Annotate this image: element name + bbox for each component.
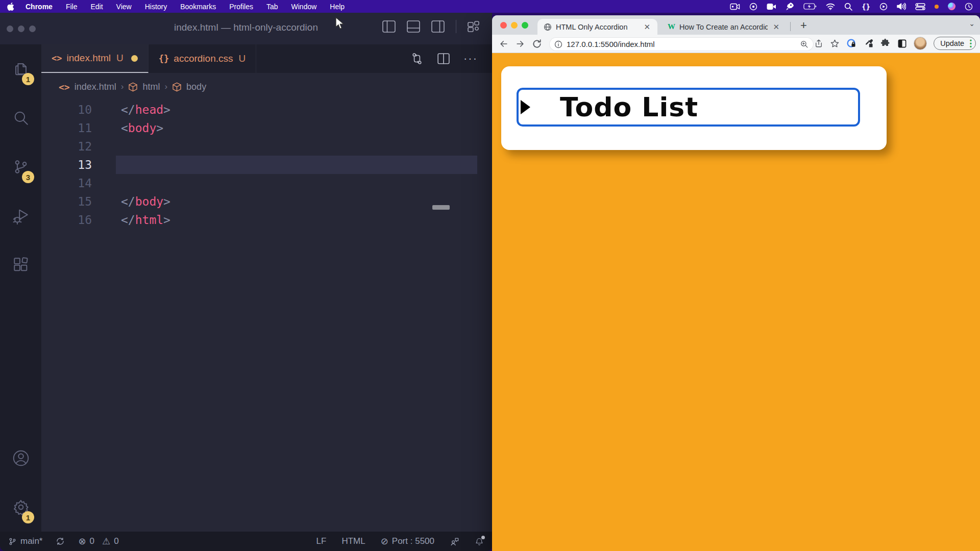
new-tab-button[interactable]: + bbox=[796, 17, 811, 34]
minimize-window-icon bbox=[511, 22, 518, 29]
window-controls[interactable] bbox=[492, 22, 528, 29]
tab-label: accordion.css bbox=[174, 53, 233, 64]
close-tab-icon[interactable]: ✕ bbox=[643, 22, 651, 32]
menu-item-bookmarks[interactable]: Bookmarks bbox=[180, 3, 216, 11]
back-button[interactable] bbox=[498, 39, 509, 49]
share-icon[interactable] bbox=[814, 38, 823, 48]
activity-account[interactable] bbox=[0, 434, 41, 483]
vscode-statusbar: main* ⊗ 0 ⚠ 0 LF HTML ⊘ Port : 5500 bbox=[0, 532, 492, 551]
colorpicker-extension-icon[interactable] bbox=[864, 38, 874, 48]
play-circle-icon[interactable] bbox=[879, 3, 888, 11]
code-line-12[interactable]: 12 bbox=[41, 137, 492, 156]
activity-run-debug[interactable] bbox=[0, 191, 41, 240]
code-line-13[interactable]: 13 bbox=[41, 156, 492, 174]
menu-item-edit[interactable]: Edit bbox=[90, 3, 103, 11]
language-indicator[interactable]: HTML bbox=[341, 536, 365, 546]
breadcrumb-file[interactable]: index.html bbox=[75, 82, 116, 92]
tab-index-html[interactable]: <> index.html U bbox=[41, 44, 149, 73]
modified-dot-icon[interactable] bbox=[131, 55, 138, 62]
bookmark-star-icon[interactable] bbox=[830, 39, 840, 48]
accordion-summary[interactable]: Todo List bbox=[517, 88, 860, 127]
facetime-icon[interactable] bbox=[767, 3, 776, 10]
toggle-panel-icon[interactable] bbox=[407, 20, 420, 33]
update-menu-dots-icon: ••• bbox=[970, 39, 972, 48]
activity-search[interactable] bbox=[0, 93, 41, 142]
darkmode-extension-icon[interactable] bbox=[897, 39, 907, 48]
toggle-primary-sidebar-icon[interactable] bbox=[382, 20, 396, 33]
zoom-icon[interactable] bbox=[800, 40, 808, 48]
search-icon[interactable] bbox=[844, 3, 852, 11]
more-actions-icon[interactable]: ··· bbox=[463, 52, 478, 65]
scrollbar-handle[interactable] bbox=[432, 205, 450, 210]
menu-app-name[interactable]: Chrome bbox=[26, 3, 53, 11]
record-icon[interactable] bbox=[749, 3, 757, 11]
menu-item-help[interactable]: Help bbox=[330, 3, 345, 11]
code-line-15[interactable]: 15</body> bbox=[41, 192, 492, 211]
chevron-right-icon: › bbox=[121, 82, 124, 92]
tab-divider bbox=[790, 22, 791, 31]
apple-menu-icon[interactable] bbox=[7, 3, 14, 11]
breadcrumb-body[interactable]: body bbox=[186, 82, 206, 92]
problems-status[interactable]: ⊗ 0 ⚠ 0 bbox=[78, 536, 118, 547]
live-server-port[interactable]: ⊘ Port : 5500 bbox=[381, 536, 434, 547]
notifications-status[interactable] bbox=[475, 537, 484, 546]
line-number: 15 bbox=[41, 192, 92, 211]
site-info-icon[interactable] bbox=[554, 40, 562, 48]
activity-settings[interactable]: 1 bbox=[0, 483, 41, 532]
braces-icon[interactable]: {} bbox=[862, 3, 870, 11]
breadcrumb-html[interactable]: html bbox=[142, 82, 160, 92]
menu-item-history[interactable]: History bbox=[145, 3, 167, 11]
wifi-icon[interactable] bbox=[826, 3, 835, 10]
code-text: </body> bbox=[121, 192, 170, 211]
code-editor[interactable]: 10</head>11<body>12131415</body>16</html… bbox=[41, 101, 492, 532]
activity-explorer[interactable]: 1 bbox=[0, 44, 41, 93]
split-editor-icon[interactable] bbox=[437, 52, 450, 65]
control-center-icon[interactable] bbox=[915, 3, 925, 10]
menu-item-profiles[interactable]: Profiles bbox=[229, 3, 253, 11]
menu-item-file[interactable]: File bbox=[66, 3, 78, 11]
address-bar[interactable]: 127.0.0.1:5500/index.html bbox=[549, 37, 814, 51]
code-line-11[interactable]: 11<body> bbox=[41, 119, 492, 137]
sync-status[interactable] bbox=[56, 537, 65, 546]
profile-avatar[interactable] bbox=[914, 37, 927, 50]
video-camera-icon[interactable] bbox=[730, 3, 740, 10]
clock-icon[interactable] bbox=[965, 3, 973, 11]
siri-icon[interactable] bbox=[948, 3, 955, 10]
privacy-extension-icon[interactable] bbox=[846, 38, 857, 49]
volume-icon[interactable] bbox=[897, 3, 906, 10]
extensions-puzzle-icon[interactable] bbox=[880, 38, 891, 48]
window-controls[interactable] bbox=[0, 26, 36, 32]
menu-item-view[interactable]: View bbox=[116, 3, 132, 11]
breadcrumb[interactable]: <> index.html › html › body bbox=[41, 73, 492, 101]
code-line-16[interactable]: 16</html> bbox=[41, 211, 492, 229]
activity-extensions[interactable] bbox=[0, 240, 41, 289]
rocket-icon[interactable] bbox=[786, 2, 794, 11]
toggle-secondary-sidebar-icon[interactable] bbox=[431, 20, 445, 33]
chrome-tab-active[interactable]: HTML Only Accordion ✕ bbox=[537, 19, 657, 35]
code-line-14[interactable]: 14 bbox=[41, 174, 492, 192]
menu-item-tab[interactable]: Tab bbox=[266, 3, 278, 11]
url-text[interactable]: 127.0.0.1:5500/index.html bbox=[567, 40, 796, 48]
chrome-tab-w3schools[interactable]: W How To Create an Accordion ✕ bbox=[662, 19, 787, 35]
forward-button[interactable] bbox=[514, 39, 526, 49]
vscode-titlebar[interactable]: index.html — html-only-accordion bbox=[0, 13, 492, 44]
branch-name: main* bbox=[20, 536, 42, 546]
recording-dot bbox=[935, 5, 939, 9]
open-changes-icon[interactable] bbox=[410, 52, 424, 66]
close-tab-icon[interactable]: ✕ bbox=[772, 22, 780, 32]
feedback-icon[interactable] bbox=[450, 537, 459, 546]
tab-accordion-css[interactable]: {} accordion.css U bbox=[149, 44, 256, 73]
git-branch-status[interactable]: main* bbox=[8, 536, 42, 546]
customize-layout-icon[interactable] bbox=[468, 20, 481, 33]
update-button[interactable]: Update ••• bbox=[934, 37, 976, 50]
battery-icon[interactable] bbox=[803, 3, 817, 10]
tab-search-chevron-icon[interactable]: ⌄ bbox=[969, 19, 975, 28]
tab-title: HTML Only Accordion bbox=[556, 23, 639, 31]
html-file-icon: <> bbox=[59, 82, 70, 92]
code-line-10[interactable]: 10</head> bbox=[41, 101, 492, 119]
eol-indicator[interactable]: LF bbox=[316, 536, 327, 546]
reload-button[interactable] bbox=[532, 39, 542, 49]
menu-item-window[interactable]: Window bbox=[291, 3, 317, 11]
git-branch-icon bbox=[8, 537, 17, 546]
activity-source-control[interactable]: 3 bbox=[0, 142, 41, 191]
